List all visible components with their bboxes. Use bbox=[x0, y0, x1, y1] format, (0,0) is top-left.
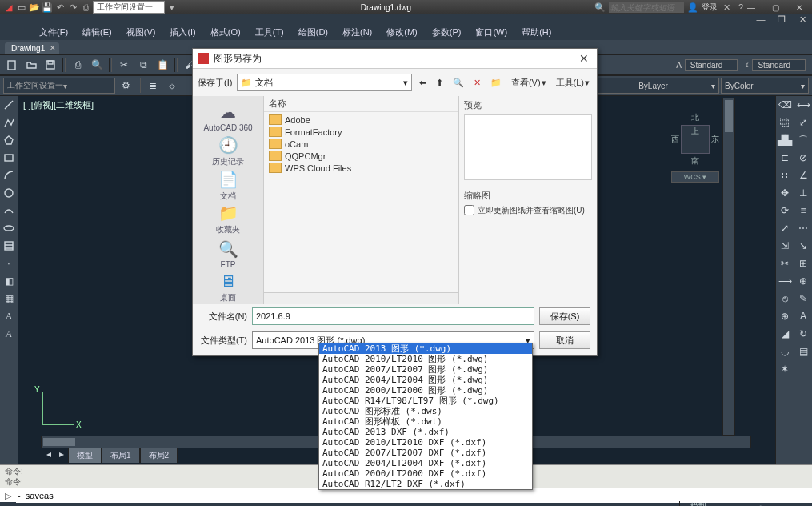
tool-save[interactable] bbox=[42, 56, 59, 74]
filetype-option[interactable]: AutoCAD 图形标准 (*.dws) bbox=[319, 406, 532, 416]
checkbox-icon[interactable] bbox=[464, 205, 474, 215]
wcs-label[interactable]: WCS ▾ bbox=[671, 171, 719, 183]
open-icon[interactable]: 📂 bbox=[29, 2, 40, 13]
filetype-options-list[interactable]: AutoCAD 2013 图形 (*.dwg)AutoCAD 2010/LT20… bbox=[318, 343, 533, 490]
list-item[interactable]: oCam bbox=[266, 138, 457, 150]
stretch-tool[interactable]: ⇲ bbox=[776, 237, 794, 255]
filetype-option[interactable]: AutoCAD 2007/LT2007 DXF (*.dxf) bbox=[319, 448, 532, 458]
lwt-toggle[interactable]: ≡ bbox=[639, 501, 657, 506]
tab-layout1[interactable]: 布局1 bbox=[102, 448, 140, 463]
circle-tool[interactable] bbox=[0, 184, 18, 202]
color-dropdown[interactable]: ByColor▾ bbox=[721, 78, 809, 94]
place-desktop[interactable]: 🖥桌面 bbox=[197, 271, 259, 304]
mtext-tool[interactable]: A bbox=[0, 325, 18, 343]
list-item[interactable]: FormatFactory bbox=[266, 126, 457, 138]
menu-help[interactable]: 帮助(H) bbox=[514, 26, 558, 38]
save-icon[interactable]: 💾 bbox=[42, 2, 53, 13]
menu-tools[interactable]: 工具(T) bbox=[248, 26, 291, 38]
tool-plot[interactable]: ⎙ bbox=[69, 56, 86, 74]
rotate-tool[interactable]: ⟳ bbox=[776, 202, 794, 219]
menu-edit[interactable]: 编辑(E) bbox=[75, 26, 119, 38]
tolerance-tool[interactable]: ⊞ bbox=[794, 255, 812, 272]
back-button[interactable]: ⬅ bbox=[417, 78, 429, 88]
grid-toggle[interactable]: ∷ bbox=[505, 501, 522, 506]
layer-toggle-icon[interactable]: ☼ bbox=[163, 77, 181, 94]
move-tool[interactable]: ✥ bbox=[776, 184, 794, 202]
filetype-option[interactable]: AutoCAD 2000/LT2000 图形 (*.dwg) bbox=[319, 385, 532, 396]
list-item[interactable]: QQPCMgr bbox=[266, 150, 457, 162]
person-icon[interactable]: 👤 bbox=[687, 2, 698, 13]
menu-format[interactable]: 格式(O) bbox=[203, 26, 248, 38]
filetype-option[interactable]: AutoCAD 2013 DXF (*.dxf) bbox=[319, 427, 532, 437]
dim-arc-tool[interactable]: ⌒ bbox=[794, 131, 812, 149]
menu-view[interactable]: 视图(V) bbox=[119, 26, 163, 38]
text-style-box[interactable]: AStandard bbox=[673, 59, 741, 71]
tool-new[interactable] bbox=[3, 56, 21, 74]
layer-props-icon[interactable]: ≣ bbox=[144, 77, 162, 94]
vertical-scrollbar[interactable] bbox=[722, 98, 735, 436]
line-tool[interactable] bbox=[0, 96, 18, 114]
save-in-dropdown[interactable]: 📁文档▾ bbox=[237, 74, 411, 91]
exchange-icon[interactable]: ✕ bbox=[721, 2, 732, 13]
doc-minimize-icon[interactable]: — bbox=[756, 14, 766, 24]
mirror-tool[interactable]: ▟▙ bbox=[776, 131, 794, 149]
doc-close-icon[interactable]: ✕ bbox=[798, 14, 807, 24]
redo-icon[interactable]: ↷ bbox=[67, 2, 78, 13]
leader-tool[interactable]: ↘ bbox=[794, 237, 812, 255]
dim-baseline-tool[interactable]: ≡ bbox=[794, 202, 812, 219]
filename-input[interactable]: 2021.6.9 bbox=[252, 307, 534, 325]
place-documents[interactable]: 📄文档 bbox=[197, 169, 259, 202]
dim-update-tool[interactable]: ↻ bbox=[794, 325, 812, 343]
snap-toggle[interactable]: ▦ bbox=[486, 501, 503, 506]
3dosnap-toggle[interactable]: ◈ bbox=[582, 501, 599, 506]
dyn-toggle[interactable]: + bbox=[620, 501, 638, 506]
menu-param[interactable]: 参数(P) bbox=[425, 26, 469, 38]
filetype-option[interactable]: AutoCAD 2004/LT2004 DXF (*.dxf) bbox=[319, 458, 532, 468]
dim-style-box[interactable]: ⟟Standard bbox=[742, 59, 809, 71]
search-input[interactable] bbox=[609, 2, 684, 13]
hatch-tool[interactable] bbox=[0, 237, 18, 255]
place-autocad360[interactable]: ☁AutoCAD 360 bbox=[197, 101, 259, 134]
new-folder-icon[interactable]: 📁 bbox=[488, 78, 504, 88]
filetype-option[interactable]: AutoCAD R12/LT2 DXF (*.dxf) bbox=[319, 479, 532, 489]
point-tool[interactable]: · bbox=[0, 255, 18, 272]
chamfer-tool[interactable]: ◢ bbox=[776, 325, 794, 343]
place-favorites[interactable]: 📁收藏夹 bbox=[197, 203, 259, 236]
dim-text-tool[interactable]: A bbox=[794, 307, 812, 325]
filetype-option[interactable]: AutoCAD 2004/LT2004 图形 (*.dwg) bbox=[319, 375, 532, 385]
file-tab[interactable]: Drawing1 ✕ bbox=[5, 42, 59, 54]
workspace-dropdown[interactable]: 工作空间设置一 bbox=[93, 1, 165, 14]
filetype-option[interactable]: AutoCAD 2010/LT2010 图形 (*.dwg) bbox=[319, 354, 532, 364]
array-tool[interactable]: ∷ bbox=[776, 167, 794, 184]
close-tab-icon[interactable]: ✕ bbox=[50, 44, 56, 52]
tool-paste[interactable]: 📋 bbox=[154, 56, 171, 74]
dim-edit-tool[interactable]: ✎ bbox=[794, 290, 812, 307]
dim-aligned-tool[interactable]: ⤢ bbox=[794, 114, 812, 131]
dim-style-tool[interactable]: ▤ bbox=[794, 343, 812, 360]
ortho-toggle[interactable]: ⊥ bbox=[524, 501, 542, 506]
center-tool[interactable]: ⊕ bbox=[794, 272, 812, 290]
filetype-option[interactable]: AutoCAD 2013 图形 (*.dwg) bbox=[319, 343, 532, 354]
annot-scale-icon[interactable]: ⍼ bbox=[713, 501, 730, 506]
dropdown-icon[interactable]: ▾ bbox=[166, 2, 178, 13]
cancel-button[interactable]: 取消 bbox=[539, 331, 590, 349]
ellipse-tool[interactable] bbox=[0, 219, 18, 237]
menu-insert[interactable]: 插入(I) bbox=[162, 26, 202, 38]
up-button[interactable]: ⬆ bbox=[434, 78, 446, 88]
trim-tool[interactable]: ✂ bbox=[776, 255, 794, 272]
list-item[interactable]: Adobe bbox=[266, 114, 457, 126]
table-tool[interactable]: ▦ bbox=[0, 290, 18, 307]
polygon-tool[interactable] bbox=[0, 131, 18, 149]
menu-window[interactable]: 窗口(W) bbox=[468, 26, 514, 38]
doc-restore-icon[interactable]: ❐ bbox=[777, 14, 786, 24]
search-web-icon[interactable]: 🔍 bbox=[450, 78, 466, 88]
dim-radius-tool[interactable]: ⊘ bbox=[794, 149, 812, 167]
tool-copy[interactable]: ⧉ bbox=[134, 56, 152, 74]
clean-screen-icon[interactable]: ▣ bbox=[790, 501, 807, 506]
text-tool[interactable]: A bbox=[0, 307, 18, 325]
spline-tool[interactable] bbox=[0, 202, 18, 219]
print-icon[interactable]: ⎙ bbox=[80, 2, 91, 13]
menu-modify[interactable]: 修改(M) bbox=[379, 26, 425, 38]
help-icon[interactable]: ? bbox=[735, 2, 746, 13]
list-item[interactable]: WPS Cloud Files bbox=[266, 162, 457, 174]
